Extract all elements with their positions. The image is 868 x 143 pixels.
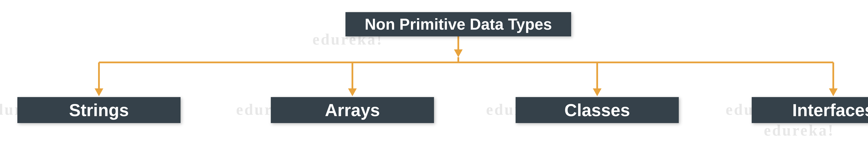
svg-marker-4 (95, 88, 103, 96)
child-node-arrays: Arrays (271, 97, 434, 123)
child-node-interfaces: Interfaces (752, 97, 868, 123)
child-node-classes: Classes (516, 97, 679, 123)
child-node-label: Interfaces (792, 100, 868, 120)
child-node-label: Strings (69, 100, 129, 120)
svg-marker-8 (593, 88, 601, 96)
child-node-strings: Strings (18, 97, 181, 123)
svg-marker-6 (348, 88, 357, 96)
child-node-label: Classes (564, 100, 630, 120)
root-node-label: Non Primitive Data Types (365, 15, 552, 33)
root-node: Non Primitive Data Types (345, 12, 571, 36)
child-node-label: Arrays (325, 100, 380, 120)
svg-marker-10 (829, 88, 838, 96)
svg-marker-1 (454, 49, 463, 57)
